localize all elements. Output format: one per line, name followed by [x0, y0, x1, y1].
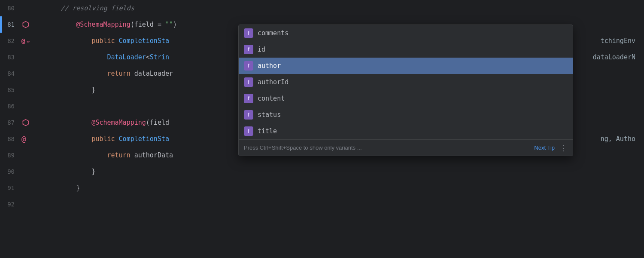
item-icon-authorId: f — [244, 77, 253, 87]
line-number-85: 85 — [0, 86, 21, 93]
autocomplete-dropdown: f comments f id f author f authorId f co… — [238, 25, 573, 156]
item-label-title: title — [258, 127, 277, 135]
line-number-86: 86 — [0, 103, 21, 110]
item-label-author: author — [258, 62, 281, 70]
code-area: 80 // resolving fields 81 — [0, 0, 644, 258]
more-options-icon[interactable]: ⋮ — [560, 143, 568, 152]
line-number-89: 89 — [0, 152, 21, 159]
pencil-icon-82: ✏ — [27, 38, 30, 44]
at-icon-82: @ — [21, 37, 25, 44]
line-number-92: 92 — [0, 201, 21, 208]
at-icon-88: @ — [21, 135, 26, 143]
item-label-comments: comments — [258, 29, 289, 37]
item-label-authorId: authorId — [258, 78, 289, 86]
line-number-83: 83 — [0, 54, 21, 61]
autocomplete-item-authorId[interactable]: f authorId — [239, 74, 573, 90]
item-label-status: status — [258, 111, 281, 119]
line-icons-87 — [21, 118, 45, 127]
line-number-80: 80 — [0, 5, 21, 12]
line-icons-88: @ — [21, 135, 45, 143]
next-tip-button[interactable]: Next Tip — [534, 144, 555, 151]
autocomplete-item-title[interactable]: f title — [239, 123, 573, 139]
item-icon-title: f — [244, 126, 253, 136]
item-icon-content: f — [244, 94, 253, 103]
item-icon-comments: f — [244, 28, 253, 38]
graphql-icon-81 — [21, 20, 30, 29]
line-icons-82: @ ✏ — [21, 37, 45, 44]
item-label-id: id — [258, 46, 265, 53]
autocomplete-item-status[interactable]: f status — [239, 107, 573, 123]
autocomplete-item-author[interactable]: f author — [239, 58, 573, 74]
line-number-88: 88 — [0, 135, 21, 142]
active-line-indicator — [0, 16, 2, 33]
line-number-81: 81 — [0, 21, 21, 28]
graphql-icon-87 — [21, 118, 30, 127]
editor-container: 80 // resolving fields 81 — [0, 0, 644, 258]
footer-right: Next Tip ⋮ — [534, 143, 568, 152]
line-91: 91 } — [0, 180, 644, 196]
autocomplete-item-id[interactable]: f id — [239, 41, 573, 58]
item-icon-id: f — [244, 45, 253, 54]
autocomplete-item-comments[interactable]: f comments — [239, 25, 573, 41]
line-number-90: 90 — [0, 168, 21, 175]
line-number-91: 91 — [0, 184, 21, 191]
line-icons-81 — [21, 20, 45, 29]
line-number-82: 82 — [0, 37, 21, 44]
line-92: 92 — [0, 196, 644, 212]
line-number-87: 87 — [0, 119, 21, 126]
footer-tip-text: Press Ctrl+Shift+Space to show only vari… — [244, 144, 362, 151]
item-label-content: content — [258, 95, 285, 102]
autocomplete-footer: Press Ctrl+Shift+Space to show only vari… — [239, 139, 573, 156]
line-number-84: 84 — [0, 70, 21, 77]
autocomplete-item-content[interactable]: f content — [239, 90, 573, 107]
item-icon-author: f — [244, 61, 253, 71]
item-icon-status: f — [244, 110, 253, 120]
